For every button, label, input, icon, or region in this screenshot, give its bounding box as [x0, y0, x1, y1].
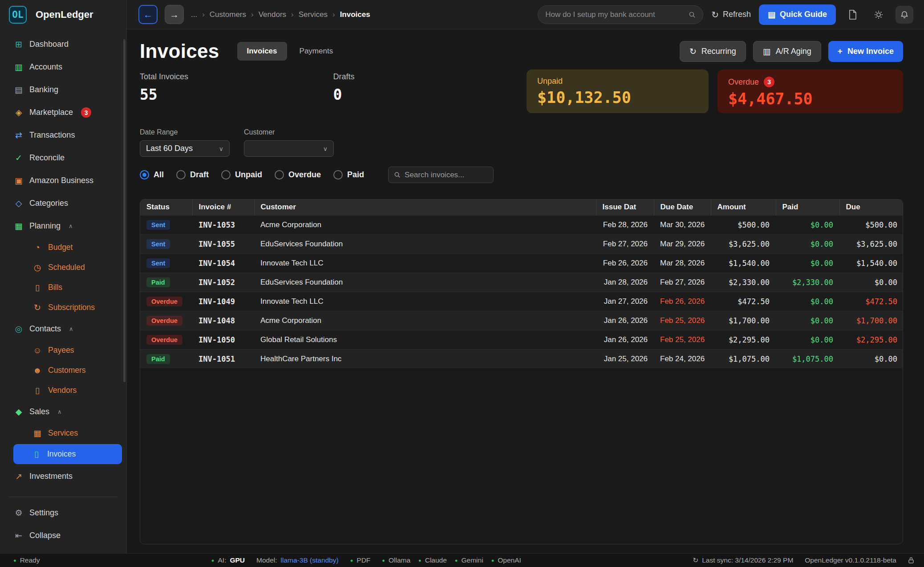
- sidebar-item-subscriptions[interactable]: ↻Subscriptions: [0, 298, 126, 318]
- column-header-status[interactable]: Status: [140, 200, 192, 215]
- column-header-amount[interactable]: Amount: [711, 200, 776, 215]
- new-invoice-button[interactable]: + New Invoice: [828, 41, 903, 62]
- sidebar-item-label: Subscriptions: [48, 303, 95, 312]
- sidebar-item-banking[interactable]: ▤Banking: [0, 78, 126, 101]
- engine-status-claude: ●Claude: [418, 556, 447, 564]
- file-button[interactable]: [844, 6, 862, 24]
- sidebar-item-marketplace[interactable]: ◈Marketplace3: [0, 101, 126, 124]
- sidebar-scrollbar[interactable]: [123, 39, 126, 382]
- status-cell: Paid: [140, 349, 192, 368]
- quick-guide-button[interactable]: ▤ Quick Guide: [759, 4, 836, 25]
- sidebar-item-label: Banking: [29, 85, 58, 94]
- refresh-button[interactable]: ↻ Refresh: [711, 9, 751, 20]
- table-row[interactable]: PaidINV-1052EduServices FoundationJan 28…: [140, 273, 903, 292]
- table-row[interactable]: SentINV-1053Acme CorporationFeb 28, 2026…: [140, 215, 903, 234]
- issue-date-cell: Feb 27, 2026: [596, 234, 654, 253]
- customer-select[interactable]: ∨: [244, 140, 334, 157]
- sidebar-item-customers[interactable]: ☻Customers: [0, 360, 126, 380]
- issue-date-cell: Jan 27, 2026: [596, 292, 654, 311]
- sidebar-item-sales[interactable]: ◆Sales∧: [0, 400, 126, 423]
- sidebar-item-budget[interactable]: ◔Budget: [0, 237, 126, 257]
- table-row[interactable]: OverdueINV-1048Acme CorporationJan 26, 2…: [140, 311, 903, 330]
- sidebar-item-contacts[interactable]: ◎Contacts∧: [0, 318, 126, 340]
- book-icon: ▤: [768, 10, 775, 20]
- table-row[interactable]: SentINV-1054Innovate Tech LLCFeb 26, 202…: [140, 253, 903, 273]
- breadcrumb-services[interactable]: Services: [299, 10, 328, 19]
- sidebar-item-bills[interactable]: ▯Bills: [0, 277, 126, 298]
- sidebar-item-label: Customers: [48, 366, 86, 375]
- due-date-cell: Feb 25, 2026: [654, 311, 711, 330]
- last-sync-status[interactable]: ↻ Last sync: 3/14/2026 2:29 PM: [693, 556, 793, 564]
- sidebar-nav: ⊞Dashboard▥Accounts▤Banking◈Marketplace3…: [0, 29, 126, 492]
- sidebar-item-label: Sales: [29, 407, 49, 416]
- sidebar-item-reconcile[interactable]: ✓Reconcile: [0, 147, 126, 169]
- radio-circle-icon: [275, 170, 284, 179]
- customer-cell: Acme Corporation: [254, 311, 596, 330]
- global-search-input[interactable]: [545, 10, 684, 19]
- sidebar-item-invoices[interactable]: ▯Invoices: [13, 444, 122, 464]
- column-header-invoice[interactable]: Invoice #: [192, 200, 254, 215]
- date-range-select[interactable]: Last 60 Days ∨: [140, 140, 230, 157]
- sidebar-item-label: Vendors: [48, 386, 77, 395]
- status-dot-icon: ●: [211, 558, 215, 563]
- theme-toggle-button[interactable]: [870, 6, 888, 24]
- radio-circle-icon: [140, 170, 149, 179]
- sidebar-item-label: Dashboard: [29, 40, 69, 49]
- status-dot-icon: ●: [13, 558, 16, 563]
- model-status[interactable]: Model: llama-3B (standby): [256, 556, 339, 564]
- table-row[interactable]: OverdueINV-1050Global Retail SolutionsJa…: [140, 330, 903, 349]
- sidebar-item-accounts[interactable]: ▥Accounts: [0, 56, 126, 78]
- investments-icon: ↗: [13, 471, 24, 481]
- ar-aging-button[interactable]: ▥ A/R Aging: [753, 41, 821, 62]
- date-range-filter: Date Range Last 60 Days ∨: [140, 128, 230, 157]
- status-dot-icon: ●: [350, 558, 353, 563]
- sidebar-item-planning[interactable]: ▦Planning∧: [0, 215, 126, 237]
- status-cell: Overdue: [140, 311, 192, 330]
- sidebar-item-payees[interactable]: ☺Payees: [0, 340, 126, 360]
- tab-payments[interactable]: Payments: [290, 42, 343, 61]
- sidebar-item-dashboard[interactable]: ⊞Dashboard: [0, 33, 126, 56]
- column-header-due[interactable]: Due: [839, 200, 903, 215]
- breadcrumb-ellipsis[interactable]: ...: [191, 10, 197, 19]
- sidebar-item-vendors[interactable]: ▯Vendors: [0, 380, 126, 400]
- global-search[interactable]: [538, 5, 703, 24]
- breadcrumb-customers[interactable]: Customers: [210, 10, 246, 19]
- table-row[interactable]: PaidINV-1051HealthCare Partners IncJan 2…: [140, 349, 903, 368]
- sidebar-item-collapse[interactable]: ⇤Collapse: [0, 524, 126, 547]
- invoice-search[interactable]: [388, 167, 494, 183]
- sidebar-item-categories[interactable]: ◇Categories: [0, 192, 126, 215]
- tab-invoices[interactable]: Invoices: [237, 42, 287, 61]
- paid-cell: $0.00: [776, 311, 839, 330]
- filter-radio-all[interactable]: All: [140, 170, 164, 179]
- date-range-label: Date Range: [140, 128, 230, 136]
- filter-radio-overdue[interactable]: Overdue: [275, 170, 321, 179]
- notifications-button[interactable]: [896, 6, 913, 24]
- column-header-due-date[interactable]: Due Date: [654, 200, 711, 215]
- table-row[interactable]: OverdueINV-1049Innovate Tech LLCJan 27, …: [140, 292, 903, 311]
- paid-cell: $0.00: [776, 292, 839, 311]
- column-header-issue-dat[interactable]: Issue Dat: [596, 200, 654, 215]
- sidebar-item-settings[interactable]: ⚙Settings: [0, 502, 126, 524]
- recurring-button[interactable]: ↻ Recurring: [680, 41, 746, 62]
- breadcrumb-current: Invoices: [340, 10, 370, 19]
- sidebar-item-amazon-business[interactable]: ▣Amazon Business: [0, 169, 126, 192]
- customer-cell: HealthCare Partners Inc: [254, 349, 596, 368]
- nav-back-button[interactable]: ←: [138, 5, 158, 24]
- filter-radio-draft[interactable]: Draft: [176, 170, 209, 179]
- stat-label: Total Invoices: [140, 72, 333, 82]
- invoice-search-input[interactable]: [405, 171, 488, 179]
- nav-forward-button[interactable]: →: [165, 5, 184, 24]
- sidebar-item-investments[interactable]: ↗Investments: [0, 465, 126, 488]
- breadcrumb-vendors[interactable]: Vendors: [259, 10, 286, 19]
- column-header-paid[interactable]: Paid: [776, 200, 839, 215]
- pdf-status: ● PDF: [350, 556, 371, 564]
- sidebar-item-scheduled[interactable]: ◷Scheduled: [0, 257, 126, 277]
- sidebar-item-services[interactable]: ▦Services: [0, 423, 126, 443]
- filter-radio-unpaid[interactable]: Unpaid: [221, 170, 262, 179]
- table-row[interactable]: SentINV-1055EduServices FoundationFeb 27…: [140, 234, 903, 253]
- sidebar-item-label: Categories: [29, 199, 68, 208]
- sidebar-item-transactions[interactable]: ⇄Transactions: [0, 124, 126, 147]
- arrow-left-icon: ←: [143, 9, 153, 20]
- filter-radio-paid[interactable]: Paid: [333, 170, 364, 179]
- column-header-customer[interactable]: Customer: [254, 200, 596, 215]
